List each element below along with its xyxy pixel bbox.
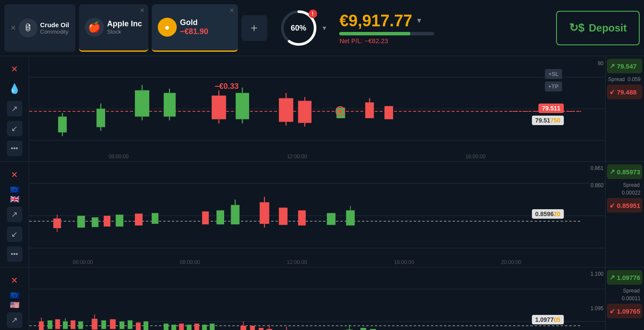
svg-rect-48	[135, 214, 143, 226]
chart-controls-1: ✕ 💧 ↗ ↙ •••	[0, 56, 29, 161]
chart-panel-1: ✕ 💧 ↗ ↙ •••	[0, 56, 644, 162]
chart1-price-tag-red: 79.511	[538, 104, 564, 113]
svg-rect-44	[77, 216, 85, 228]
svg-rect-83	[164, 324, 169, 330]
meter-dropdown-arrow[interactable]: ▼	[322, 25, 328, 31]
more-options-2[interactable]: •••	[7, 246, 22, 262]
close-icon-gold[interactable]: ✕	[229, 7, 234, 14]
chart1-price-input[interactable]: 79.51750	[532, 116, 564, 125]
chart-body-1: −€0.33 +SL +TP 79.511 79.51750 80 08:00:…	[29, 56, 605, 161]
chart3-y-high: 1.100	[591, 271, 603, 277]
svg-rect-82	[144, 321, 148, 330]
svg-rect-78	[110, 319, 116, 329]
chart1-pnl: −€0.33	[215, 82, 239, 91]
close-chart-3[interactable]: ✕	[7, 273, 22, 288]
tab-gold[interactable]: ✕ ● Gold −€81.90	[152, 4, 238, 52]
close-icon-crude[interactable]: ✕	[10, 24, 16, 32]
tab-apple[interactable]: ✕ 🍎 Apple Inc Stock	[79, 4, 148, 52]
deposit-button[interactable]: ↻$ Deposit	[556, 11, 640, 45]
alert-badge: !	[309, 9, 317, 18]
svg-rect-6	[58, 116, 67, 132]
meter-container: 60% ! ▼	[279, 9, 328, 47]
svg-rect-18	[212, 96, 226, 119]
svg-rect-9	[97, 109, 105, 127]
close-chart-2[interactable]: ✕	[7, 167, 22, 182]
balance-dropdown-arrow[interactable]: ▼	[416, 17, 422, 25]
svg-rect-92	[250, 326, 255, 330]
meter-value: 60%	[291, 23, 306, 32]
svg-rect-106	[360, 328, 366, 330]
gold-name: Gold	[180, 18, 209, 27]
svg-rect-73	[78, 321, 83, 329]
svg-rect-21	[236, 93, 249, 119]
buy-button-2[interactable]: ↗ 0.85973	[607, 164, 642, 179]
svg-rect-50	[202, 211, 209, 224]
buy-arrow-1: ↗	[610, 62, 615, 70]
net-pl-value: −€82.23	[365, 37, 388, 44]
svg-rect-81	[136, 323, 141, 330]
svg-rect-41	[53, 218, 61, 228]
svg-rect-57	[279, 207, 288, 225]
svg-rect-59	[327, 213, 335, 225]
crude-oil-info: Crude Oil Commodity	[40, 21, 69, 35]
svg-rect-90	[241, 326, 246, 330]
expand-tl-2[interactable]: ↗	[7, 207, 22, 222]
svg-rect-69	[55, 319, 60, 329]
sell-arrow-2: ↙	[610, 201, 615, 209]
svg-rect-86	[187, 325, 191, 330]
close-chart-1[interactable]: ✕	[7, 61, 22, 77]
svg-rect-31	[365, 102, 374, 118]
svg-rect-93	[259, 328, 263, 330]
gold-info: Gold −€81.90	[180, 18, 209, 36]
expand-tl-1[interactable]: ↗	[7, 101, 22, 116]
chart2-time-labels: 00:00:00 08:00:00 12:00:00 16:00:00 20:0…	[29, 259, 565, 265]
tab-crude-oil[interactable]: ✕ 🛢 Crude Oil Commodity	[4, 4, 75, 52]
chart-right-1: ↗ 79.547 Spread 0.059 ↙ 79.488	[605, 56, 644, 161]
apple-subtitle: Stock	[107, 28, 142, 35]
chart2-y-high: 0.861	[591, 165, 603, 171]
svg-rect-80	[128, 321, 132, 329]
gold-pnl: −€81.90	[180, 27, 209, 36]
svg-rect-54	[259, 202, 269, 224]
svg-rect-33	[385, 106, 393, 119]
charts-area: ✕ 💧 ↗ ↙ •••	[0, 56, 644, 330]
svg-rect-58	[298, 211, 306, 226]
expand-br-1[interactable]: ↙	[7, 121, 22, 136]
svg-rect-70	[63, 321, 68, 329]
sell-arrow-3: ↙	[610, 307, 615, 315]
sell-arrow-1: ↙	[610, 88, 615, 96]
sell-button-1[interactable]: ↙ 79.488	[607, 85, 642, 99]
expand-br-2[interactable]: ↙	[7, 226, 22, 242]
buy-button-1[interactable]: ↗ 79.547	[607, 59, 642, 73]
buy-button-3[interactable]: ↗ 1.09776	[607, 270, 642, 285]
chart-right-2: ↗ 0.85973 Spread 0.00022 ↙ 0.85951	[605, 162, 644, 267]
apple-name: Apple Inc	[107, 19, 142, 28]
balance-section: €9,917.77 ▼ Net P/L: −€82.23	[339, 12, 434, 44]
deposit-label: Deposit	[589, 22, 627, 34]
svg-rect-66	[39, 321, 44, 330]
sell-button-2[interactable]: ↙ 0.85951	[607, 198, 642, 213]
more-options-1[interactable]: •••	[7, 141, 22, 156]
expand-tl-3[interactable]: ↗	[7, 312, 22, 328]
buy-arrow-2: ↗	[610, 168, 615, 176]
leverage-meter: 60% !	[279, 9, 318, 47]
svg-rect-74	[92, 319, 97, 330]
svg-rect-46	[104, 216, 111, 226]
svg-rect-49	[152, 213, 159, 224]
sl-button-1[interactable]: +SL	[545, 69, 562, 79]
chart3-price-input[interactable]: 1.097705	[532, 315, 564, 324]
chart2-flag: 🇪🇺🇬🇧	[7, 187, 22, 202]
svg-rect-89	[210, 324, 215, 330]
sell-button-3[interactable]: ↙ 1.09765	[607, 304, 642, 318]
tp-button-1[interactable]: +TP	[545, 82, 562, 91]
balance-bar-fill	[339, 32, 410, 35]
chart-controls-2: ✕ 🇪🇺🇬🇧 ↗ ↙ •••	[0, 162, 29, 267]
add-instrument-button[interactable]: +	[241, 15, 267, 41]
svg-rect-15	[164, 93, 176, 116]
chart-controls-3: ✕ 🇪🇺🇺🇸 ↗ ↙ •••	[0, 267, 29, 330]
close-icon-apple[interactable]: ✕	[140, 7, 145, 14]
chart3-y-mid: 1.095	[591, 305, 603, 311]
top-bar: ✕ 🛢 Crude Oil Commodity ✕ 🍎 Apple Inc St…	[0, 0, 644, 56]
chart2-price-input[interactable]: 0.859620	[532, 209, 564, 219]
svg-rect-77	[101, 321, 106, 329]
